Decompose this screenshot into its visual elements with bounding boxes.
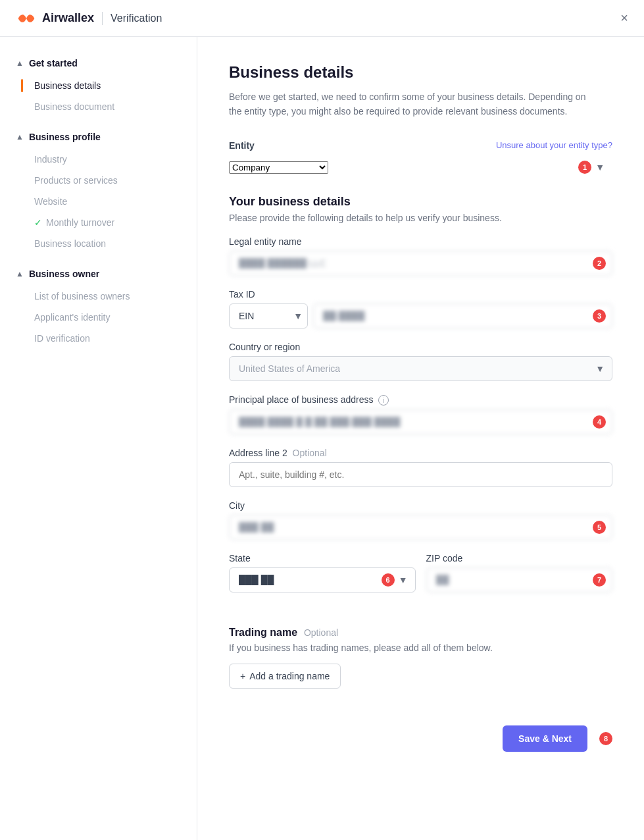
sidebar-section-business-profile-title: Business profile xyxy=(29,132,101,142)
legal-entity-name-badge: 2 xyxy=(593,257,606,270)
header-divider xyxy=(102,12,103,25)
sidebar-item-applicants-identity[interactable]: Applicant's identity xyxy=(29,308,181,327)
city-field: City 5 xyxy=(229,500,612,540)
chevron-up-icon-2: ▲ xyxy=(16,132,24,142)
country-select[interactable]: United States of America Canada United K… xyxy=(229,356,612,381)
state-zip-row: State ███ ██ 6 ▼ ZIP code 7 xyxy=(229,553,612,606)
business-details-subtitle: Please provide the following details to … xyxy=(229,213,612,223)
sidebar-item-business-document[interactable]: Business document xyxy=(29,97,181,116)
header-left: Airwallex Verification xyxy=(16,11,162,25)
sidebar-item-list-business-owners[interactable]: List of business owners xyxy=(29,287,181,305)
sidebar: ▲ Get started Business details Business … xyxy=(0,37,197,840)
zip-field: ZIP code 7 xyxy=(426,553,613,592)
tax-id-label: Tax ID xyxy=(229,289,612,300)
chevron-down-icon: ▼ xyxy=(595,162,605,172)
sidebar-section-business-owner-title: Business owner xyxy=(29,269,99,279)
sidebar-items-business-owner: List of business owners Applicant's iden… xyxy=(16,287,181,348)
logo: Airwallex xyxy=(16,11,94,25)
country-label: Country or region xyxy=(229,342,612,352)
sidebar-item-business-location[interactable]: Business location xyxy=(29,234,181,253)
legal-entity-name-input-wrapper: 2 xyxy=(229,251,612,276)
trading-name-optional: Optional xyxy=(304,627,338,638)
business-details-section: Your business details Please provide the… xyxy=(229,195,612,606)
sidebar-items-get-started: Business details Business document xyxy=(16,76,181,116)
sidebar-section-business-owner-header[interactable]: ▲ Business owner xyxy=(16,269,181,279)
address-input[interactable] xyxy=(229,409,612,434)
zip-input[interactable] xyxy=(426,567,613,592)
country-select-wrapper: United States of America Canada United K… xyxy=(229,356,612,381)
legal-entity-name-field: Legal entity name 2 xyxy=(229,236,612,276)
address-label: Principal place of business address i xyxy=(229,394,612,406)
entity-badge: 1 xyxy=(578,161,591,174)
country-field: Country or region United States of Ameri… xyxy=(229,342,612,381)
tax-id-input-wrapper: 3 xyxy=(313,303,612,328)
entity-label: Entity xyxy=(229,140,255,151)
state-badge: 6 xyxy=(382,573,395,587)
address2-field: Address line 2 Optional xyxy=(229,448,612,487)
close-button[interactable]: × xyxy=(620,11,628,26)
address-info-icon[interactable]: i xyxy=(378,395,389,406)
entity-select-wrapper: Company Individual Partnership Trust 1 ▼ xyxy=(229,161,612,174)
airwallex-logo-icon xyxy=(16,12,37,25)
sidebar-section-business-profile: ▲ Business profile Industry Products or … xyxy=(16,132,181,253)
check-icon: ✓ xyxy=(34,217,42,228)
zip-input-wrapper: 7 xyxy=(426,567,613,592)
sidebar-item-industry[interactable]: Industry xyxy=(29,150,181,169)
entity-header-row: Entity Unsure about your entity type? xyxy=(229,140,612,151)
save-next-badge: 8 xyxy=(599,732,612,745)
address2-input[interactable] xyxy=(229,462,612,487)
sidebar-section-get-started: ▲ Get started Business details Business … xyxy=(16,58,181,116)
trading-name-section: Trading name Optional If you business ha… xyxy=(229,627,612,689)
sidebar-section-business-owner: ▲ Business owner List of business owners… xyxy=(16,269,181,348)
tax-type-wrapper: EIN SSN ITIN ▼ xyxy=(229,303,308,328)
chevron-up-icon-3: ▲ xyxy=(16,269,24,278)
state-select-wrapper: ███ ██ 6 ▼ xyxy=(229,567,416,592)
save-next-button[interactable]: Save & Next xyxy=(503,725,587,752)
header: Airwallex Verification × xyxy=(0,0,644,37)
address2-label: Address line 2 Optional xyxy=(229,448,612,458)
legal-entity-name-input[interactable] xyxy=(229,251,612,276)
tax-id-row: EIN SSN ITIN ▼ 3 xyxy=(229,303,612,328)
business-details-title: Your business details xyxy=(229,195,612,209)
legal-entity-name-label: Legal entity name xyxy=(229,236,612,247)
city-input-wrapper: 5 xyxy=(229,515,612,540)
tax-id-badge: 3 xyxy=(593,309,606,323)
entity-type-link[interactable]: Unsure about your entity type? xyxy=(496,140,612,150)
sidebar-items-business-profile: Industry Products or services Website ✓ … xyxy=(16,150,181,253)
page-layout: ▲ Get started Business details Business … xyxy=(0,37,644,840)
tax-type-select[interactable]: EIN SSN ITIN xyxy=(229,303,308,328)
page-description: Before we get started, we need to confir… xyxy=(229,90,597,119)
address-input-wrapper: 4 xyxy=(229,409,612,434)
trading-name-desc: If you business has trading names, pleas… xyxy=(229,643,612,653)
address-field: Principal place of business address i 4 xyxy=(229,394,612,435)
sidebar-item-website[interactable]: Website xyxy=(29,192,181,211)
sidebar-item-products-services[interactable]: Products or services xyxy=(29,171,181,190)
tax-id-input[interactable] xyxy=(313,303,612,328)
sidebar-section-get-started-header[interactable]: ▲ Get started xyxy=(16,58,181,68)
header-title: Verification xyxy=(111,13,162,24)
sidebar-item-id-verification[interactable]: ID verification xyxy=(29,329,181,348)
page-title: Business details xyxy=(229,63,612,82)
footer: Save & Next 8 xyxy=(229,710,612,768)
add-trading-name-label: Add a trading name xyxy=(249,671,330,681)
tax-id-field: Tax ID EIN SSN ITIN ▼ 3 xyxy=(229,289,612,328)
city-input[interactable] xyxy=(229,515,612,540)
entity-section: Entity Unsure about your entity type? Co… xyxy=(229,140,612,174)
entity-select[interactable]: Company Individual Partnership Trust xyxy=(229,161,328,174)
add-trading-name-button[interactable]: + Add a trading name xyxy=(229,664,341,689)
trading-name-header: Trading name Optional xyxy=(229,627,612,639)
sidebar-item-monthly-turnover[interactable]: ✓ Monthly turnover xyxy=(29,213,181,232)
chevron-up-icon: ▲ xyxy=(16,59,24,68)
city-label: City xyxy=(229,500,612,511)
sidebar-section-get-started-title: Get started xyxy=(29,58,78,68)
state-label: State xyxy=(229,553,416,564)
logo-text: Airwallex xyxy=(42,11,94,25)
sidebar-section-business-profile-header[interactable]: ▲ Business profile xyxy=(16,132,181,142)
zip-label: ZIP code xyxy=(426,553,613,564)
sidebar-item-business-details[interactable]: Business details xyxy=(29,76,181,95)
plus-icon: + xyxy=(240,671,245,681)
trading-name-title: Trading name xyxy=(229,627,297,638)
main-content: Business details Before we get started, … xyxy=(197,37,644,840)
state-field: State ███ ██ 6 ▼ xyxy=(229,553,416,592)
